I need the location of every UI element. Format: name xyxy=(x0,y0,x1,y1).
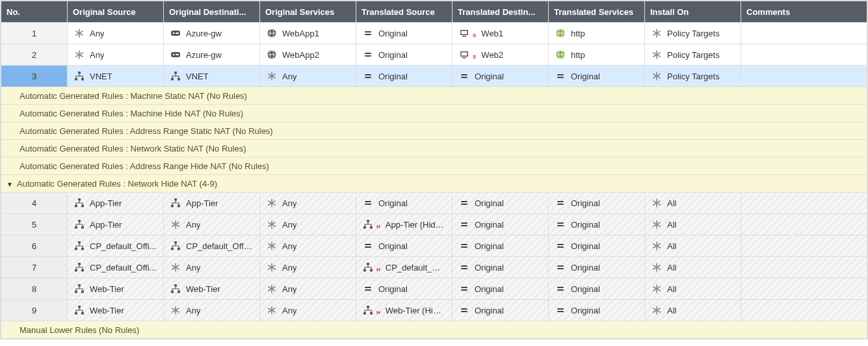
cell[interactable]: Policy Targets xyxy=(645,23,741,44)
cell[interactable] xyxy=(741,278,867,300)
cell[interactable]: VNET xyxy=(68,66,164,87)
cell[interactable] xyxy=(741,214,867,235)
cell[interactable]: SWeb1 xyxy=(453,23,549,44)
table-row[interactable]: 1AnyAzure-gwWebApp1OriginalSWeb1httpPoli… xyxy=(1,23,867,44)
col-trans-dst[interactable]: Translated Destin... xyxy=(453,1,549,23)
cell[interactable]: All xyxy=(645,193,741,214)
cell[interactable]: HCP_default_Office xyxy=(356,257,453,278)
cell[interactable]: App-Tier xyxy=(68,193,164,214)
chevron-down-icon[interactable]: ▼ xyxy=(7,181,13,188)
cell[interactable]: Azure-gw xyxy=(164,44,260,66)
rule-number[interactable]: 8 xyxy=(1,278,68,300)
cell[interactable]: Any xyxy=(164,257,260,278)
cell[interactable]: All xyxy=(645,300,741,321)
col-install-on[interactable]: Install On xyxy=(645,1,741,23)
cell[interactable]: Original xyxy=(356,66,453,87)
cell[interactable]: Original xyxy=(453,66,549,87)
rule-number[interactable]: 7 xyxy=(1,257,68,278)
cell[interactable] xyxy=(741,235,867,257)
cell[interactable]: Original xyxy=(453,257,549,278)
table-row[interactable]: 9Web-TierAnyAnyHWeb-Tier (HidingOriginal… xyxy=(1,300,867,321)
cell[interactable]: Original xyxy=(453,300,549,321)
col-orig-dst[interactable]: Original Destinati... xyxy=(164,1,260,23)
cell[interactable]: App-Tier xyxy=(68,214,164,235)
cell[interactable]: CP_default_Office xyxy=(164,235,260,257)
table-row[interactable]: 2AnyAzure-gwWebApp2OriginalSWeb2httpPoli… xyxy=(1,44,867,66)
cell[interactable]: CP_default_Offi... xyxy=(68,257,164,278)
table-row[interactable]: 8Web-TierWeb-TierAnyOriginalOriginalOrig… xyxy=(1,278,867,300)
cell[interactable]: Any xyxy=(260,300,356,321)
rule-number[interactable]: 4 xyxy=(1,193,68,214)
cell[interactable]: Original xyxy=(549,214,645,235)
cell[interactable]: Any xyxy=(260,257,356,278)
cell[interactable]: SWeb2 xyxy=(453,44,549,66)
cell[interactable]: Any xyxy=(260,66,356,87)
cell[interactable] xyxy=(741,193,867,214)
cell[interactable]: Original xyxy=(356,278,453,300)
table-row[interactable]: 4App-TierApp-TierAnyOriginalOriginalOrig… xyxy=(1,193,867,214)
table-row[interactable]: 5App-TierAnyAnyHApp-Tier (Hiding Origina… xyxy=(1,214,867,235)
cell[interactable]: Original xyxy=(549,278,645,300)
cell[interactable]: Original xyxy=(356,23,453,44)
cell[interactable] xyxy=(741,257,867,278)
cell[interactable]: Policy Targets xyxy=(645,44,741,66)
col-trans-src[interactable]: Translated Source xyxy=(356,1,453,23)
col-orig-src[interactable]: Original Source xyxy=(68,1,164,23)
cell[interactable]: All xyxy=(645,235,741,257)
cell[interactable]: Original xyxy=(356,193,453,214)
rule-number[interactable]: 5 xyxy=(1,214,68,235)
rule-number[interactable]: 1 xyxy=(1,23,68,44)
section-row[interactable]: ▼Automatic Generated Rules : Network Hid… xyxy=(1,175,867,193)
table-row[interactable]: 6CP_default_Offi...CP_default_OfficeAnyO… xyxy=(1,235,867,257)
cell[interactable] xyxy=(741,300,867,321)
cell[interactable]: WebApp2 xyxy=(260,44,356,66)
cell[interactable]: http xyxy=(549,44,645,66)
cell[interactable]: Any xyxy=(68,44,164,66)
col-trans-svc[interactable]: Translated Services xyxy=(549,1,645,23)
cell[interactable]: Original xyxy=(549,235,645,257)
cell[interactable]: Original xyxy=(453,235,549,257)
rule-number[interactable]: 6 xyxy=(1,235,68,257)
col-orig-svc[interactable]: Original Services xyxy=(260,1,356,23)
cell[interactable]: Original xyxy=(356,44,453,66)
table-row[interactable]: 3VNETVNETAnyOriginalOriginalOriginalPoli… xyxy=(1,66,867,87)
cell[interactable]: All xyxy=(645,278,741,300)
cell[interactable]: Azure-gw xyxy=(164,23,260,44)
nat-policy-table[interactable]: No. Original Source Original Destinati..… xyxy=(1,1,867,339)
cell[interactable]: Policy Targets xyxy=(645,66,741,87)
cell[interactable]: App-Tier xyxy=(164,193,260,214)
cell[interactable]: Any xyxy=(260,278,356,300)
cell[interactable] xyxy=(741,66,867,87)
cell[interactable]: CP_default_Offi... xyxy=(68,235,164,257)
cell[interactable]: http xyxy=(549,23,645,44)
cell[interactable] xyxy=(741,44,867,66)
cell[interactable]: Original xyxy=(549,193,645,214)
col-no[interactable]: No. xyxy=(1,1,68,23)
cell[interactable]: Any xyxy=(260,193,356,214)
cell[interactable]: Original xyxy=(356,235,453,257)
table-row[interactable]: 7CP_default_Offi...AnyAnyHCP_default_Off… xyxy=(1,257,867,278)
cell[interactable]: Any xyxy=(260,214,356,235)
col-comments[interactable]: Comments xyxy=(741,1,867,23)
cell[interactable]: HWeb-Tier (Hiding xyxy=(356,300,453,321)
rule-number[interactable]: 2 xyxy=(1,44,68,66)
cell[interactable]: Any xyxy=(68,23,164,44)
cell[interactable] xyxy=(741,23,867,44)
cell[interactable]: Original xyxy=(453,214,549,235)
cell[interactable]: Any xyxy=(164,300,260,321)
cell[interactable]: Original xyxy=(453,193,549,214)
cell[interactable]: Web-Tier xyxy=(164,278,260,300)
cell[interactable]: Original xyxy=(549,300,645,321)
cell[interactable]: Original xyxy=(549,66,645,87)
cell[interactable]: WebApp1 xyxy=(260,23,356,44)
rule-number[interactable]: 9 xyxy=(1,300,68,321)
cell[interactable]: Any xyxy=(164,214,260,235)
cell[interactable]: VNET xyxy=(164,66,260,87)
cell[interactable]: All xyxy=(645,214,741,235)
table-header-row[interactable]: No. Original Source Original Destinati..… xyxy=(1,1,867,23)
cell[interactable]: Web-Tier xyxy=(68,278,164,300)
cell[interactable]: HApp-Tier (Hiding xyxy=(356,214,453,235)
cell[interactable]: All xyxy=(645,257,741,278)
cell[interactable]: Original xyxy=(549,257,645,278)
cell[interactable]: Web-Tier xyxy=(68,300,164,321)
